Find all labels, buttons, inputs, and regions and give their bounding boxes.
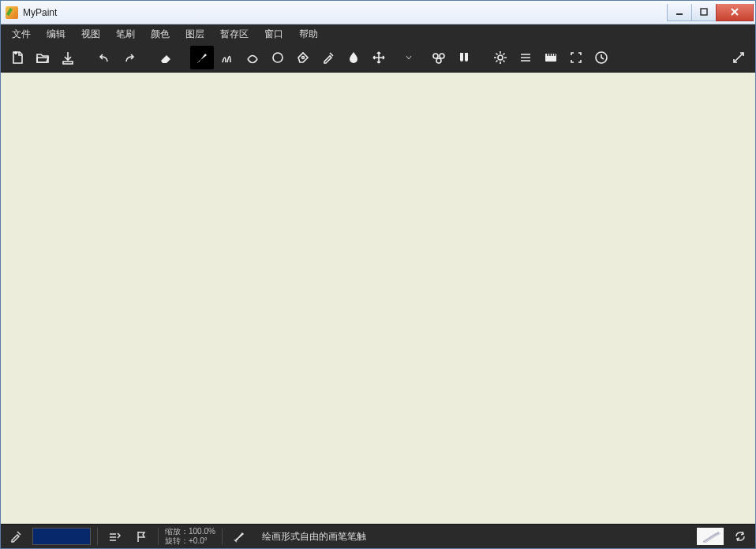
pen-icon xyxy=(295,50,311,65)
rotation-label: 旋转： xyxy=(165,536,189,545)
move-tool-button[interactable] xyxy=(367,46,391,69)
brush-small-icon xyxy=(232,529,246,543)
window-controls xyxy=(668,4,754,21)
flag-icon xyxy=(134,529,148,543)
ellipse-tool-button[interactable] xyxy=(266,46,290,69)
toolbar xyxy=(1,43,755,72)
brush-icon xyxy=(194,50,210,65)
fill-tool-button[interactable] xyxy=(342,46,365,69)
eyedropper-icon xyxy=(9,529,23,543)
ruler-button[interactable] xyxy=(539,46,563,69)
status-edit-button[interactable] xyxy=(104,527,125,546)
window-frame: MyPaint 文件 编辑 视图 笔刷 颜色 图层 暂存区 窗口 帮助 xyxy=(0,0,756,549)
menu-help[interactable]: 帮助 xyxy=(291,25,326,43)
status-refresh-button[interactable] xyxy=(730,527,750,546)
undo-icon xyxy=(96,50,112,65)
color-wheel-button[interactable] xyxy=(427,46,451,69)
svg-point-3 xyxy=(302,57,305,59)
menu-color[interactable]: 颜色 xyxy=(143,25,178,43)
current-color-swatch[interactable] xyxy=(32,528,91,545)
app-icon xyxy=(6,6,18,19)
menu-layer[interactable]: 图层 xyxy=(178,25,212,43)
zoom-label: 缩放： xyxy=(165,527,189,536)
brush-preview-thumbnail[interactable] xyxy=(697,528,724,545)
window-title: MyPaint xyxy=(23,7,57,18)
clock-icon xyxy=(593,50,609,65)
lines-tool-button[interactable] xyxy=(215,46,239,69)
close-icon xyxy=(729,7,740,17)
svg-rect-1 xyxy=(701,9,707,15)
status-message: 绘画形式自由的画笔笔触 xyxy=(262,530,366,543)
status-picker-button[interactable] xyxy=(6,527,26,546)
zoom-rotation-readout: 缩放：100.0% 旋转：+0.0° xyxy=(165,527,215,546)
move-icon xyxy=(371,50,387,65)
ellipse-icon xyxy=(270,50,286,65)
lines-icon xyxy=(219,50,235,65)
edit-lines-icon xyxy=(107,529,122,543)
color-wheel-icon xyxy=(431,50,447,65)
gear-icon xyxy=(492,50,508,65)
settings-button[interactable] xyxy=(488,46,512,69)
svg-point-7 xyxy=(498,55,503,60)
redo-icon xyxy=(122,50,137,65)
menu-window[interactable]: 窗口 xyxy=(256,25,291,43)
brushes-icon xyxy=(456,50,472,65)
brush-stroke-icon xyxy=(700,529,724,545)
statusbar: 缩放：100.0% 旋转：+0.0° 绘画形式自由的画笔笔触 xyxy=(1,525,755,548)
hlines-icon xyxy=(518,50,533,65)
expand-button[interactable] xyxy=(727,46,750,69)
menu-scratchpad[interactable]: 暂存区 xyxy=(212,25,256,43)
chevron-down-icon xyxy=(405,54,413,62)
menu-edit[interactable]: 编辑 xyxy=(39,25,73,43)
ink-icon xyxy=(245,50,260,65)
status-flag-button[interactable] xyxy=(131,527,152,546)
history-button[interactable] xyxy=(589,46,613,69)
lines-toggle-button[interactable] xyxy=(514,46,537,69)
close-button[interactable] xyxy=(716,4,754,21)
menu-view[interactable]: 视图 xyxy=(73,25,108,43)
save-file-button[interactable] xyxy=(56,46,80,69)
brush-settings-button[interactable] xyxy=(452,46,476,69)
menu-file[interactable]: 文件 xyxy=(4,25,39,43)
open-file-button[interactable] xyxy=(31,46,54,69)
ink-tool-button[interactable] xyxy=(241,46,264,69)
eraser-tool-button[interactable] xyxy=(154,46,178,69)
canvas[interactable] xyxy=(1,72,755,525)
svg-point-4 xyxy=(433,54,438,58)
open-file-icon xyxy=(35,50,51,65)
ruler-icon xyxy=(543,50,559,65)
menu-brush[interactable]: 笔刷 xyxy=(108,25,143,43)
fill-icon xyxy=(346,50,361,65)
picker-icon xyxy=(320,50,336,65)
minimize-button[interactable] xyxy=(667,4,692,21)
refresh-icon xyxy=(733,529,747,543)
titlebar: MyPaint xyxy=(1,1,755,24)
minimize-icon xyxy=(675,7,684,17)
tool-dropdown-button[interactable] xyxy=(403,54,414,62)
fullscreen-icon xyxy=(568,50,584,65)
svg-point-5 xyxy=(440,54,444,58)
new-file-button[interactable] xyxy=(6,46,29,69)
pen-tool-button[interactable] xyxy=(291,46,315,69)
maximize-icon xyxy=(699,7,709,17)
brush-tool-button[interactable] xyxy=(190,46,214,69)
save-icon xyxy=(60,50,76,65)
menubar: 文件 编辑 视图 笔刷 颜色 图层 暂存区 窗口 帮助 xyxy=(1,24,755,43)
status-brush-indicator xyxy=(229,527,249,546)
maximize-button[interactable] xyxy=(691,4,717,21)
undo-button[interactable] xyxy=(92,46,116,69)
rotation-value: +0.0° xyxy=(189,536,208,545)
new-file-icon xyxy=(9,50,25,65)
svg-point-6 xyxy=(436,58,441,63)
eraser-icon xyxy=(158,50,174,65)
expand-icon xyxy=(731,50,747,65)
picker-tool-button[interactable] xyxy=(316,46,340,69)
fullscreen-button[interactable] xyxy=(564,46,588,69)
zoom-value: 100.0% xyxy=(189,527,215,536)
redo-button[interactable] xyxy=(118,46,141,69)
svg-point-2 xyxy=(273,53,283,62)
